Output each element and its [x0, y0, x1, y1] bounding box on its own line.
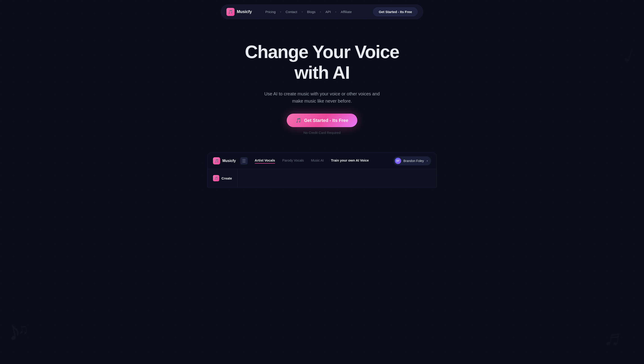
- hero-title: Change Your Voice with AI: [218, 42, 426, 83]
- app-user-avatar: BF: [395, 158, 401, 164]
- nav-api[interactable]: API: [323, 9, 334, 15]
- avatar-initials: BF: [396, 159, 400, 162]
- nav-dot-1: [280, 12, 281, 12]
- page-wrapper: 🎵 Musicfy Pricing Contact Blogs API Affi…: [0, 0, 644, 364]
- app-content: 🎵 Create: [208, 169, 436, 187]
- nav-dot-3: [320, 12, 321, 12]
- app-titlebar: 🎵 Musicfy Artist Vocals Parody Vocals Mu…: [208, 153, 436, 169]
- hero-cta-label: Get Started - Its Free: [304, 118, 348, 123]
- app-logo-icon: 🎵: [213, 157, 220, 164]
- hamburger-line-2: [242, 161, 246, 161]
- nav-blogs[interactable]: Blogs: [304, 9, 318, 15]
- hamburger-line-3: [242, 162, 246, 162]
- app-window: 🎵 Musicfy Artist Vocals Parody Vocals Mu…: [207, 153, 437, 187]
- create-music-icon: 🎵: [214, 177, 218, 180]
- hero-title-line1: Change Your Voice: [245, 42, 399, 62]
- app-logo: 🎵 Musicfy: [213, 157, 236, 164]
- navbar-inner: 🎵 Musicfy Pricing Contact Blogs API Affi…: [221, 5, 423, 19]
- app-sidebar-create[interactable]: 🎵 Create: [208, 169, 238, 187]
- chevron-down-icon: ▼: [426, 160, 428, 162]
- tab-artist-vocals[interactable]: Artist Vocals: [255, 158, 275, 164]
- hero-title-line2: with AI: [294, 63, 350, 83]
- nav-cta-button[interactable]: Get Started - Its Free: [373, 8, 418, 16]
- logo-music-icon: 🎵: [228, 10, 233, 14]
- hero-cta-icon: 🎵: [296, 118, 301, 123]
- nav-pricing[interactable]: Pricing: [263, 9, 278, 15]
- logo-text: Musicfy: [237, 10, 252, 14]
- app-sidebar-create-label: Create: [222, 176, 232, 180]
- app-logo-text: Musicfy: [222, 159, 236, 163]
- app-menu-button[interactable]: [240, 157, 248, 164]
- logo-icon: 🎵: [226, 8, 234, 16]
- app-preview: 🎵 Musicfy Artist Vocals Parody Vocals Mu…: [198, 153, 446, 187]
- nav-dot-4: [335, 12, 336, 12]
- app-tabs: Artist Vocals Parody Vocals Music AI Tra…: [255, 158, 390, 164]
- tab-train-ai-voice[interactable]: Train your own AI Voice: [331, 158, 369, 164]
- app-user-name: Brandon Foley: [404, 159, 424, 163]
- nav-affiliate[interactable]: Affiliate: [338, 9, 354, 15]
- tab-music-ai[interactable]: Music AI: [311, 158, 324, 164]
- hamburger-line-1: [242, 159, 246, 160]
- hero-subtitle: Use AI to create music with your voice o…: [261, 90, 383, 105]
- logo[interactable]: 🎵 Musicfy: [226, 8, 252, 16]
- app-logo-music-icon: 🎵: [215, 159, 218, 163]
- app-sidebar-create-icon: 🎵: [213, 175, 219, 181]
- app-user-menu[interactable]: BF Brandon Foley ▼: [394, 156, 431, 165]
- hero-cta-wrapper: 🎵 Get Started - Its Free No Credit Card …: [218, 114, 426, 135]
- navbar: 🎵 Musicfy Pricing Contact Blogs API Affi…: [0, 0, 644, 24]
- nav-links: Pricing Contact Blogs API Affiliate: [263, 9, 364, 15]
- hero-section: Change Your Voice with AI Use AI to crea…: [210, 24, 434, 148]
- hero-cta-button[interactable]: 🎵 Get Started - Its Free: [287, 114, 357, 127]
- no-credit-card-text: No Credit Card Required: [303, 131, 340, 135]
- hamburger-icon: [242, 159, 246, 162]
- nav-dot-2: [302, 12, 303, 12]
- nav-contact[interactable]: Contact: [283, 9, 300, 15]
- tab-parody-vocals[interactable]: Parody Vocals: [282, 158, 304, 164]
